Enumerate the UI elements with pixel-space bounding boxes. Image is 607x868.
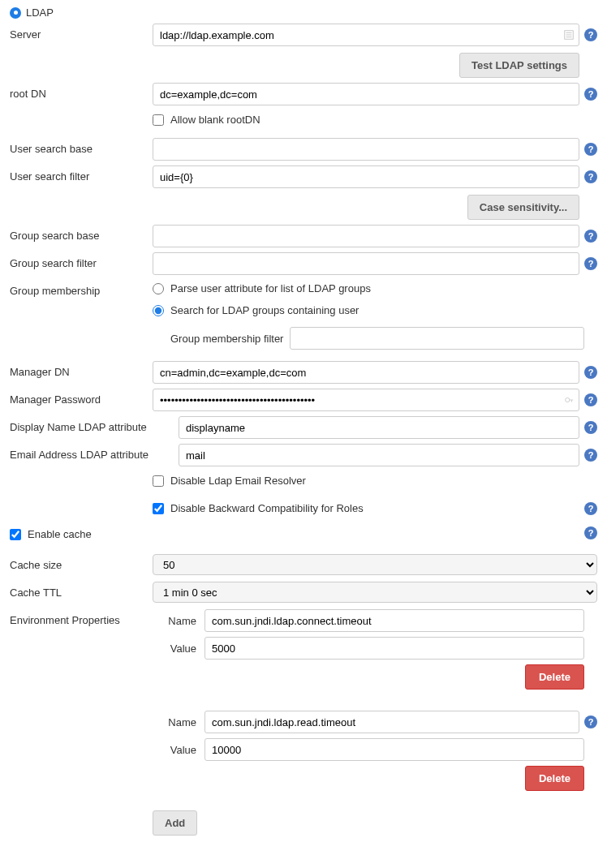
help-icon[interactable]: ? [584, 28, 597, 41]
env-props-label: Environment Properties [10, 609, 153, 626]
root-dn-label: root DN [10, 83, 153, 100]
gm-filter-label: Group membership filter [170, 333, 283, 345]
delete-button[interactable]: Delete [525, 664, 584, 690]
help-icon[interactable]: ? [584, 170, 597, 183]
env-value-input-1[interactable] [204, 738, 584, 761]
cache-size-select[interactable]: 50 [153, 554, 597, 575]
help-icon[interactable]: ? [584, 393, 597, 406]
user-search-base-input[interactable] [153, 138, 579, 161]
cache-size-label: Cache size [10, 554, 153, 571]
root-dn-input[interactable] [153, 83, 579, 105]
group-search-filter-input[interactable] [153, 252, 579, 275]
enable-cache-checkbox[interactable] [10, 529, 21, 540]
disable-email-resolver-label: Disable Ldap Email Resolver [170, 475, 306, 487]
user-search-filter-input[interactable] [153, 165, 579, 188]
env-name-input-0[interactable] [204, 609, 584, 632]
env-value-input-0[interactable] [204, 637, 584, 660]
help-icon[interactable]: ? [584, 715, 597, 728]
gm-parse-label: Parse user attribute for list of LDAP gr… [170, 282, 371, 294]
gm-search-radio[interactable] [153, 305, 164, 316]
env-name-input-1[interactable] [204, 711, 579, 733]
env-name-label: Name [153, 615, 204, 627]
display-name-attr-label: Display Name LDAP attribute [10, 416, 179, 433]
case-sensitivity-button[interactable]: Case sensitivity... [467, 195, 579, 220]
allow-blank-rootdn-checkbox[interactable] [153, 114, 164, 126]
disable-backward-compat-label: Disable Backward Compatibility for Roles [170, 502, 364, 514]
group-search-base-label: Group search base [10, 225, 153, 242]
cache-ttl-select[interactable]: 1 min 0 sec [153, 582, 597, 603]
test-ldap-button[interactable]: Test LDAP settings [459, 53, 579, 78]
cache-ttl-label: Cache TTL [10, 582, 153, 599]
server-input[interactable] [153, 24, 579, 46]
allow-blank-rootdn-label: Allow blank rootDN [170, 114, 260, 126]
help-icon[interactable]: ? [584, 230, 597, 243]
gm-parse-radio[interactable] [153, 283, 164, 294]
add-button[interactable]: Add [153, 810, 197, 836]
display-name-attr-input[interactable] [179, 416, 579, 439]
group-membership-label: Group membership [10, 280, 153, 297]
group-search-base-input[interactable] [153, 225, 579, 247]
gm-search-label: Search for LDAP groups containing user [170, 304, 359, 316]
disable-backward-compat-checkbox[interactable] [153, 503, 164, 514]
gm-filter-input[interactable] [290, 327, 584, 350]
help-icon[interactable]: ? [584, 502, 597, 515]
help-icon[interactable]: ? [584, 526, 597, 539]
help-icon[interactable]: ? [584, 421, 597, 434]
user-search-base-label: User search base [10, 138, 153, 155]
manager-password-label: Manager Password [10, 389, 153, 406]
help-icon[interactable]: ? [584, 366, 597, 379]
env-prop-1: Name ? Value Delete [153, 711, 597, 796]
section-title: LDAP [26, 6, 54, 19]
env-value-label: Value [153, 642, 204, 655]
enable-cache-label: Enable cache [28, 528, 92, 540]
user-search-filter-label: User search filter [10, 165, 153, 183]
disable-email-resolver-checkbox[interactable] [153, 475, 164, 487]
manager-dn-input[interactable] [153, 361, 579, 384]
group-search-filter-label: Group search filter [10, 252, 153, 269]
help-icon[interactable]: ? [584, 143, 597, 156]
manager-password-input[interactable] [153, 389, 579, 411]
env-name-label: Name [153, 716, 204, 728]
env-prop-0: Name Value Delete [153, 609, 597, 694]
server-label: Server [10, 24, 153, 41]
email-attr-label: Email Address LDAP attribute [10, 444, 179, 461]
ldap-radio-icon[interactable] [10, 7, 21, 19]
email-attr-input[interactable] [179, 444, 579, 466]
delete-button[interactable]: Delete [525, 766, 584, 791]
manager-dn-label: Manager DN [10, 361, 153, 378]
env-value-label: Value [153, 744, 204, 756]
help-icon[interactable]: ? [584, 88, 597, 101]
help-icon[interactable]: ? [584, 257, 597, 270]
help-icon[interactable]: ? [584, 449, 597, 462]
ldap-section-header: LDAP [10, 6, 597, 19]
